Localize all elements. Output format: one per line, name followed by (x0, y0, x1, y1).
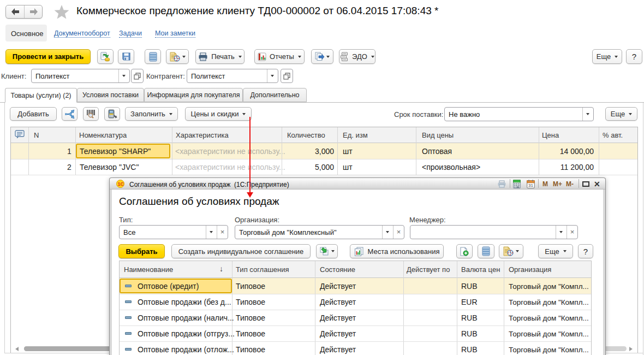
svg-text:31: 31 (528, 183, 533, 188)
